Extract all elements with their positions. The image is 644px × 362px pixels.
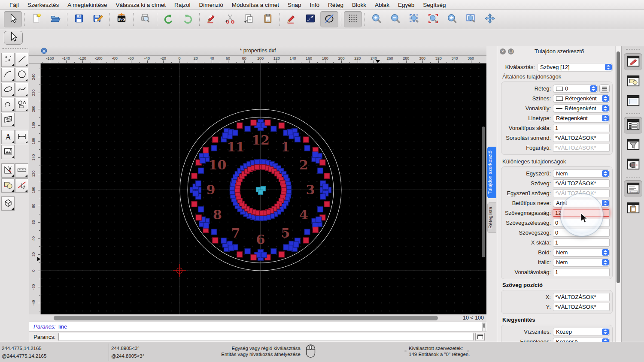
print-preview-button[interactable] <box>136 11 154 27</box>
panel-header: ✕ ❐ Tulajdon szerkesztő <box>497 46 621 57</box>
redo-button[interactable] <box>179 11 197 27</box>
select-tool-button[interactable] <box>4 31 23 45</box>
tool-polyline-button[interactable] <box>1 98 15 112</box>
tool-image-button[interactable] <box>1 145 15 159</box>
tool-3d-button[interactable] <box>1 196 15 211</box>
zoom-pan-button[interactable] <box>481 11 499 27</box>
property-input-szöveg[interactable]: *VÁLTOZÁSOK* <box>553 179 610 187</box>
selection-dropdown[interactable]: Szöveg [12] <box>537 63 613 71</box>
tool-hatch-button[interactable] <box>1 113 15 127</box>
svg-text:8: 8 <box>213 207 222 222</box>
property-input-y[interactable]: *VÁLTOZÁSOK* <box>553 303 610 311</box>
property-dropdown-egyszerű[interactable]: Nem <box>553 169 610 178</box>
menu-item-dimenzi-[interactable]: Dimenzió <box>194 0 227 10</box>
tab-layer-list[interactable]: Réteglista <box>487 202 496 233</box>
tool-arc-button[interactable] <box>1 68 15 82</box>
property-dropdown-bold[interactable]: Nem <box>553 248 610 256</box>
tool-spline-button[interactable] <box>15 83 28 97</box>
dock-property-editor-button[interactable] <box>624 53 642 70</box>
save-button[interactable] <box>70 11 88 27</box>
dock-clipboard-button[interactable] <box>624 200 642 217</box>
draw-line-button[interactable] <box>301 11 319 27</box>
document-titlebar[interactable]: * properties.dxf <box>29 46 486 56</box>
history-scrollbar[interactable] <box>482 323 486 331</box>
zoom-select-button[interactable] <box>424 11 442 27</box>
menu-item-f-jl[interactable]: Fájl <box>5 0 23 10</box>
drawing-canvas[interactable]: 123456789101112 <box>41 63 486 314</box>
cut-button[interactable] <box>221 11 239 27</box>
menu-item-r-teg[interactable]: Réteg <box>324 0 348 10</box>
menu-item-m-dos-tsa-a-c-met[interactable]: Módosítsa a címet <box>228 0 283 10</box>
tool-dimension-button[interactable] <box>15 130 28 144</box>
property-dropdown-színes[interactable]: Rétegenként <box>553 94 610 103</box>
dropdown-spinner-icon <box>602 259 609 265</box>
draw-ellipse-button[interactable] <box>320 11 338 27</box>
dock-block-list-button[interactable] <box>624 73 642 90</box>
property-input-fogantyú[interactable]: *VÁLTOZÁSOK* <box>553 144 610 152</box>
menu-item-ablak[interactable]: Ablak <box>371 0 394 10</box>
property-dropdown-vízszintes[interactable]: Közép <box>553 328 610 336</box>
tool-circle-button[interactable] <box>15 68 28 82</box>
new-file-button[interactable] <box>27 11 46 27</box>
ruler-label: 280 <box>403 56 409 60</box>
tool-ruler-button[interactable] <box>15 163 28 178</box>
dock-filter-button[interactable] <box>624 136 642 154</box>
property-dropdown-vonalsúly[interactable]: Rétegenként <box>553 104 610 112</box>
panel-scrollbar-track[interactable] <box>615 46 621 342</box>
property-input-xskála[interactable]: 1 <box>553 238 610 247</box>
zoom-out-button[interactable] <box>386 11 404 27</box>
zoom-auto-button[interactable] <box>405 11 423 27</box>
property-input-sorsolásisorrend[interactable]: *VÁLTOZÁSOK* <box>553 134 610 142</box>
select-arrow-button[interactable] <box>4 11 22 27</box>
property-input-x[interactable]: *VÁLTOZÁSOK* <box>553 293 610 301</box>
paste-button[interactable] <box>259 11 277 27</box>
menu-item-snap[interactable]: Snap <box>283 0 306 10</box>
menu-item-rajzol[interactable]: Rajzol <box>170 0 195 10</box>
menu-item-egy-b[interactable]: Egyéb <box>394 0 419 10</box>
dock-command-button[interactable]: C command <box>624 180 642 197</box>
tool-drawaids-button[interactable] <box>1 163 15 178</box>
zoom-window-button[interactable] <box>462 11 480 27</box>
property-input-vonaltípusskála[interactable]: 1 <box>553 124 610 132</box>
ruler-label: 200 <box>338 56 344 60</box>
property-dropdown-linetype[interactable]: Rétegenként <box>553 114 610 122</box>
menu-item-v-lassza-ki-a-c-met[interactable]: Válassza ki a címet <box>112 0 170 10</box>
zoom-previous-button[interactable] <box>443 11 461 27</box>
open-file-button[interactable] <box>46 11 64 27</box>
command-input[interactable] <box>58 333 474 341</box>
undo-button[interactable] <box>160 11 178 27</box>
tool-points-button[interactable] <box>1 53 15 67</box>
grid-toggle-button[interactable] <box>344 11 362 27</box>
menu-item-blokk[interactable]: Blokk <box>348 0 371 10</box>
ruler-label: 160 <box>306 56 312 60</box>
tool-modify-button[interactable] <box>15 178 28 193</box>
property-dropdown-italic[interactable]: Nem <box>553 258 610 266</box>
draw-pen-button[interactable] <box>283 11 301 27</box>
zoom-in-button[interactable] <box>368 11 386 27</box>
copy-button[interactable] <box>240 11 258 27</box>
menu-item-a-megtekint-se[interactable]: A megtekintése <box>63 0 111 10</box>
dock-layer-list-button[interactable] <box>624 117 642 134</box>
dock-library-button[interactable] <box>624 93 642 110</box>
tool-line-button[interactable] <box>15 53 28 67</box>
property-dropdown-réteg[interactable]: 0 <box>553 84 598 93</box>
tab-property-editor[interactable]: Tulajdon szerkesztő <box>487 147 496 198</box>
ruler-label: 140 <box>289 56 296 60</box>
panel-scrollbar-thumb[interactable] <box>617 51 620 283</box>
canvas-vertical-scrollbar[interactable] <box>482 127 485 257</box>
tool-ellipse-button[interactable] <box>1 83 15 97</box>
menu-item-szerkeszt-s[interactable]: Szerkesztés <box>23 0 64 10</box>
delete-button[interactable] <box>202 11 220 27</box>
horizontal-scrollbar-thumb[interactable] <box>54 316 438 320</box>
dock-projection-button[interactable] <box>624 156 642 173</box>
tool-text-button[interactable]: A <box>1 130 15 144</box>
svg-export-button[interactable]: SVG <box>112 11 131 27</box>
command-options-button[interactable] <box>475 333 485 341</box>
tool-shapes-button[interactable] <box>15 98 28 112</box>
layer-menu-button[interactable] <box>599 84 610 93</box>
menu-item-seg-ts-g[interactable]: Segítség <box>419 0 450 10</box>
property-input-vonaltávolság[interactable]: 1 <box>553 268 610 276</box>
tool-blocks-button[interactable] <box>1 178 15 193</box>
save-as-button[interactable] <box>89 11 107 27</box>
menu-item-inf-[interactable]: Infó <box>306 0 324 10</box>
